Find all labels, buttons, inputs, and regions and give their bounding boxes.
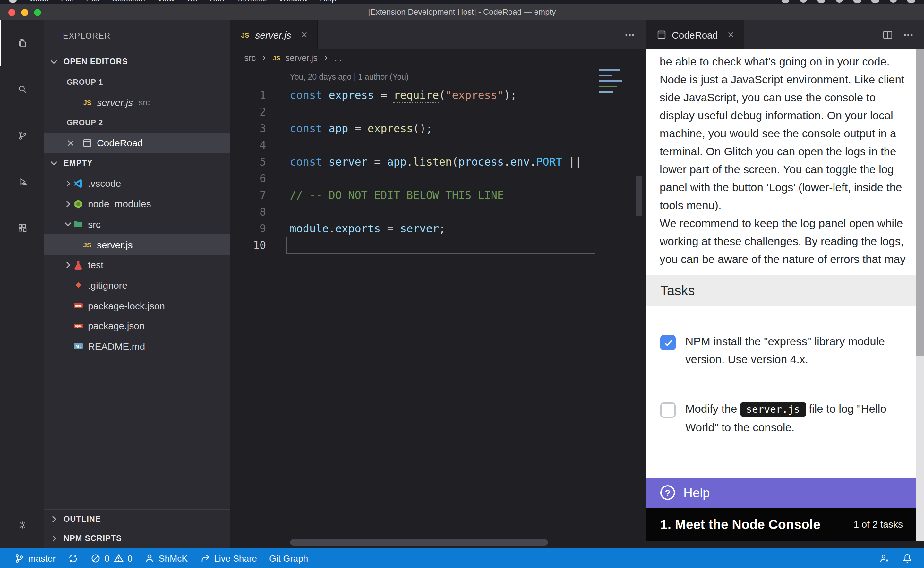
code-token: ( bbox=[452, 155, 458, 168]
code-line-8[interactable]: 8 bbox=[229, 204, 645, 220]
code-token: = bbox=[374, 89, 393, 101]
menu-item-window[interactable]: Window bbox=[279, 0, 307, 3]
activity-settings[interactable] bbox=[0, 502, 44, 548]
close-slot bbox=[65, 137, 82, 148]
code-line-10[interactable]: 10 bbox=[229, 237, 645, 254]
code-editor[interactable]: You, 20 days ago | 1 author (You) 1const… bbox=[229, 66, 645, 548]
menu-item-code[interactable]: Code bbox=[30, 0, 49, 3]
code-line-6[interactable]: 6 bbox=[229, 170, 645, 187]
code-token: app bbox=[329, 122, 348, 135]
menubar-status-icon[interactable] bbox=[835, 0, 843, 3]
coderoad-content: be able to check what's going on in your… bbox=[646, 50, 916, 541]
open-editor-server-js[interactable]: JSserver.jssrc bbox=[44, 92, 229, 112]
tree-item-gitignore[interactable]: .gitignore bbox=[44, 275, 229, 295]
tree-item-readme-md[interactable]: M↓README.md bbox=[44, 336, 229, 356]
code-line-7[interactable]: 7// -- DO NOT EDIT BELOW THIS LINE bbox=[229, 187, 645, 204]
tree-item-node-modules[interactable]: node_modules bbox=[44, 194, 229, 214]
close-window-button[interactable] bbox=[8, 9, 15, 16]
help-bar[interactable]: Help bbox=[646, 477, 916, 508]
breadcrumb-item-symbol[interactable]: … bbox=[334, 53, 342, 63]
status-shmck[interactable]: ShMcK bbox=[145, 553, 188, 563]
section-header-project[interactable]: EMPTY bbox=[44, 153, 229, 173]
line-content bbox=[266, 137, 290, 153]
code-line-4[interactable]: 4 bbox=[229, 137, 645, 153]
panel-scrollbar-thumb[interactable] bbox=[916, 50, 924, 356]
menu-item-view[interactable]: View bbox=[157, 0, 175, 3]
close-tab-icon[interactable] bbox=[300, 30, 309, 39]
editor-horizontal-scrollbar[interactable] bbox=[290, 539, 548, 545]
menu-item-file[interactable]: File bbox=[61, 0, 74, 3]
menu-item-run[interactable]: Run bbox=[210, 0, 224, 3]
panel-scrollbar[interactable] bbox=[916, 50, 924, 541]
chev-down-icon bbox=[63, 219, 73, 230]
status-sync[interactable] bbox=[68, 553, 78, 563]
section-header-npm-scripts[interactable]: NPM SCRIPTS bbox=[44, 529, 229, 548]
minimize-window-button[interactable] bbox=[21, 9, 28, 16]
activity-source-control[interactable] bbox=[0, 112, 44, 159]
code-line-1[interactable]: 1const express = require("express"); bbox=[229, 87, 645, 103]
menubar-status-icon[interactable] bbox=[817, 0, 825, 3]
tab-server-js[interactable]: JS server.js bbox=[229, 20, 317, 50]
menu-item-selection[interactable]: Selection bbox=[112, 0, 145, 3]
more-actions-icon[interactable] bbox=[903, 29, 914, 40]
tree-item-server-js[interactable]: JSserver.js bbox=[44, 234, 229, 254]
person-add-icon bbox=[879, 553, 889, 563]
zoom-window-button[interactable] bbox=[34, 9, 41, 16]
code-line-5[interactable]: 5const server = app.listen(process.env.P… bbox=[229, 153, 645, 170]
status-git-graph[interactable]: Git Graph bbox=[269, 553, 308, 563]
menubar-status-icon[interactable] bbox=[782, 0, 789, 3]
close-tab-icon[interactable] bbox=[726, 30, 735, 39]
menubar-status-icon[interactable] bbox=[853, 0, 861, 3]
menubar-status-icon[interactable] bbox=[889, 0, 897, 3]
open-editor-coderoad[interactable]: CodeRoad bbox=[44, 133, 229, 153]
section-header-open-editors[interactable]: OPEN EDITORS bbox=[44, 51, 229, 71]
menubar-status-icon[interactable] bbox=[871, 0, 879, 3]
tab-coderoad[interactable]: CodeRoad bbox=[646, 20, 744, 50]
line-content bbox=[266, 170, 290, 187]
status-invite[interactable] bbox=[879, 553, 889, 563]
live-share-icon bbox=[200, 553, 210, 563]
tree-item-vscode[interactable]: .vscode bbox=[44, 173, 229, 193]
status-git-branch[interactable]: master bbox=[14, 553, 56, 563]
tree-item-package-lock-json[interactable]: npmpackage-lock.json bbox=[44, 296, 229, 316]
menubar-status-icon[interactable] bbox=[907, 0, 915, 3]
breadcrumb-item-file[interactable]: server.js bbox=[285, 53, 318, 63]
code-token: || bbox=[562, 155, 582, 168]
tree-item-test[interactable]: test bbox=[44, 255, 229, 275]
activity-search[interactable] bbox=[0, 66, 44, 112]
minimap[interactable] bbox=[598, 69, 625, 94]
code-line-3[interactable]: 3const app = express(); bbox=[229, 120, 645, 137]
task-checkbox[interactable] bbox=[660, 402, 676, 418]
split-editor-icon[interactable] bbox=[882, 29, 893, 40]
menubar-status-icon[interactable] bbox=[799, 0, 807, 3]
breadcrumb-item-src[interactable]: src bbox=[244, 53, 256, 63]
code-line-2[interactable]: 2 bbox=[229, 103, 645, 120]
panel-tab-actions bbox=[882, 20, 924, 50]
activity-explorer[interactable] bbox=[0, 20, 44, 66]
activity-run-debug[interactable] bbox=[0, 159, 44, 205]
editor-group-label: GROUP 2 bbox=[44, 112, 229, 133]
status-notifications[interactable] bbox=[902, 553, 912, 563]
menu-item-terminal[interactable]: Terminal bbox=[237, 0, 267, 3]
status-live-share[interactable]: Live Share bbox=[200, 553, 257, 563]
codelens-annotation[interactable]: You, 20 days ago | 1 author (You) bbox=[290, 73, 645, 87]
menu-item-help[interactable]: Help bbox=[320, 0, 336, 3]
menu-item-edit[interactable]: Edit bbox=[86, 0, 100, 3]
code-line-9[interactable]: 9module.exports = server; bbox=[229, 220, 645, 237]
menu-item-go[interactable]: Go bbox=[187, 0, 197, 3]
tree-item-package-json[interactable]: npmpackage.json bbox=[44, 316, 229, 336]
activity-extensions[interactable] bbox=[0, 205, 44, 251]
editor-vertical-scrollbar[interactable] bbox=[636, 177, 641, 216]
task-checkbox[interactable] bbox=[660, 335, 676, 350]
sync-icon bbox=[68, 553, 78, 563]
status-label: 0 bbox=[105, 553, 110, 563]
section-header-outline[interactable]: OUTLINE bbox=[44, 510, 229, 529]
line-number: 7 bbox=[229, 187, 266, 204]
status-problems[interactable]: 00 bbox=[90, 553, 133, 563]
tree-item-src[interactable]: src bbox=[44, 214, 229, 234]
more-actions-icon[interactable] bbox=[624, 29, 635, 40]
gear-icon bbox=[17, 520, 27, 530]
status-bar-left: master00ShMcKLive ShareGit Graph bbox=[14, 553, 308, 563]
close-icon[interactable] bbox=[65, 137, 76, 148]
apple-menu-icon[interactable] bbox=[9, 0, 17, 3]
